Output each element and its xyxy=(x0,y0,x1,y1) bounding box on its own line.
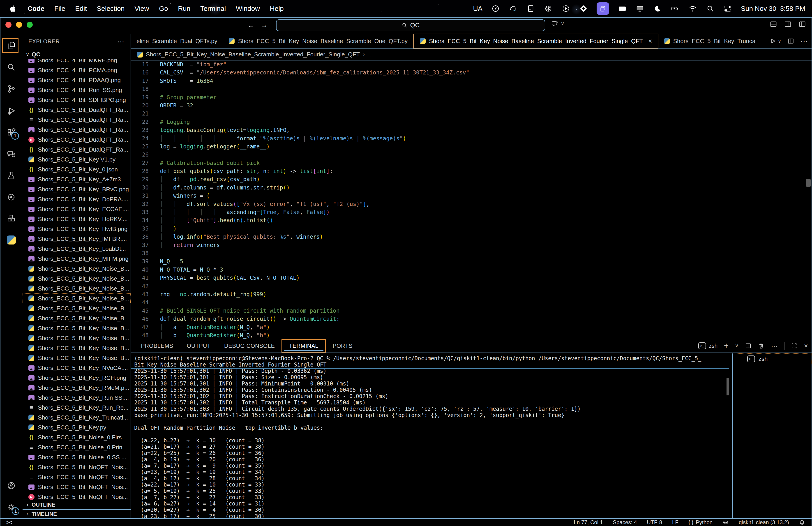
menu-item[interactable]: File xyxy=(54,5,65,12)
command-center-search[interactable]: QC xyxy=(276,19,545,31)
containers-icon[interactable] xyxy=(6,214,16,223)
editor-tab[interactable]: Shors_ECC_5_Bit_Key_Trunca × xyxy=(658,34,762,48)
file-tree-item[interactable]: Shors_ECC_5_Bit_Key_RMoM.p... xyxy=(23,383,131,393)
file-tree-item[interactable]: Shors_ECC_5_Bit_DualQFT_Ra... xyxy=(23,135,131,145)
file-tree-item[interactable]: Shors_ECC_5_Bit_Key V1.py xyxy=(23,155,131,164)
panel-tab[interactable]: PORTS xyxy=(326,339,359,353)
nav-forward-icon[interactable]: → xyxy=(261,21,268,29)
testing-icon[interactable] xyxy=(6,171,16,180)
file-tree-item[interactable]: Shors_ECC_5_Bit_Key_Noise_B... xyxy=(23,293,131,303)
editor-tab[interactable]: eline_Scramble_Dual_QFTs.py × xyxy=(131,34,223,48)
split-terminal-icon[interactable] xyxy=(745,342,752,349)
timeline-section[interactable]: › TIMELINE xyxy=(23,509,131,518)
zoom-window-button[interactable] xyxy=(27,21,33,28)
terminal-instance-item[interactable]: zsh xyxy=(734,353,812,364)
panel-tab[interactable]: OUTPUT xyxy=(180,339,217,353)
breadcrumb-file[interactable]: Shors_ECC_5_Bit_Key_Noise_Baseline_Scram… xyxy=(146,51,360,58)
eol-setting[interactable]: LF xyxy=(672,519,679,526)
play-circle-icon[interactable] xyxy=(562,4,570,13)
ua-status-text[interactable]: UA xyxy=(473,5,482,12)
search-icon[interactable] xyxy=(6,62,16,72)
python-interpreter[interactable]: qiskit1-clean (3.13.2) xyxy=(739,519,789,526)
file-tree-item[interactable]: Shors_ECC_5_Bit_NoQFT_Nois... xyxy=(23,492,131,500)
file-tree-item[interactable]: Shors_ECC_5_Bit_NoQFT_Nois... xyxy=(23,462,131,472)
chat-icon[interactable] xyxy=(6,149,16,159)
menu-app-name[interactable]: Code xyxy=(28,5,44,12)
file-tree-item[interactable]: Shors_ECC_5_Bit_Key_Noise_B... xyxy=(23,313,131,323)
file-tree-item[interactable]: Shors_ECC_5_Bit_Key_Noise_B... xyxy=(23,333,131,343)
file-tree-item[interactable]: Shors_ECC_5_Bit_Key_DoPRA.... xyxy=(23,194,131,204)
file-tree-item[interactable]: Shors_ECC_5_Bit_Key_Noise_B... xyxy=(23,303,131,313)
split-editor-icon[interactable] xyxy=(787,38,794,45)
diamond-icon[interactable] xyxy=(579,4,588,13)
terminal-panel-divider[interactable] xyxy=(733,353,733,518)
file-tree-item[interactable]: Shors_ECC_5_Bit_Key_NVoCA.... xyxy=(23,363,131,373)
file-tree-item[interactable]: Shors_ECC_5_Bit_Key_Noise_B... xyxy=(23,264,131,274)
tab-close-icon[interactable]: × xyxy=(648,37,652,45)
run-dropdown-chevron-icon[interactable]: ∨ xyxy=(778,38,781,44)
file-tree-item[interactable]: Shors_ECC_5_Bit_Key.py xyxy=(23,422,131,433)
display-icon[interactable] xyxy=(635,4,644,13)
file-tree-item[interactable]: Shors_ECC_5_Bit_DualQFT_Ra... xyxy=(23,115,131,125)
terminal-dropdown-chevron-icon[interactable]: ∨ xyxy=(735,343,738,349)
extensions-icon[interactable]: 1 xyxy=(6,128,16,137)
settings-gear-icon[interactable]: 1 xyxy=(6,502,16,512)
nav-back-icon[interactable]: ← xyxy=(247,21,255,29)
run-python-file-button[interactable]: ∨ xyxy=(769,38,781,45)
file-tree-item[interactable]: Shors_ECC_5_Bit_Key_Noise_B... xyxy=(23,274,131,283)
apple-logo-icon[interactable] xyxy=(9,4,18,13)
compass-icon[interactable] xyxy=(491,4,500,13)
moon-icon[interactable] xyxy=(653,4,662,13)
terminal-shell-indicator[interactable]: zsh xyxy=(698,342,717,349)
toggle-secondary-sidebar-icon[interactable] xyxy=(784,20,792,28)
close-panel-icon[interactable]: × xyxy=(804,342,808,350)
editor-more-actions-icon[interactable]: ⋯ xyxy=(800,36,808,46)
remote-explorer-icon[interactable] xyxy=(6,192,16,202)
file-tree-item[interactable]: Shors_ECC_5_Bit_Key_Truncati... xyxy=(23,412,131,422)
file-tree-item[interactable]: Shors_ECC_5_Bit_Key_RCH.png xyxy=(23,373,131,383)
file-tree-item[interactable]: Shors_ECC_5_Bit_Key_Noise_B... xyxy=(23,343,131,353)
maximize-panel-icon[interactable] xyxy=(791,342,798,349)
language-mode[interactable]: { }Python xyxy=(688,519,712,526)
file-tree-item[interactable]: Shors_ECC_5_Bit_NoQFT_Nois... xyxy=(23,482,131,492)
menu-item[interactable]: Help xyxy=(270,5,284,12)
editor-tab[interactable]: Shors_ECC_5_Bit_Key_Noise_Baseline_Scram… xyxy=(414,34,658,48)
customize-layout-icon[interactable] xyxy=(798,20,806,28)
menu-item[interactable]: View xyxy=(134,5,149,12)
file-tree-item[interactable]: Shors_ECC_5_Bit_Key_0.json xyxy=(23,164,131,174)
app-switcher-icon[interactable] xyxy=(597,2,609,15)
file-tree-item[interactable]: Shors_ECC_5_Bit_Key_IMFBR.... xyxy=(23,234,131,244)
file-tree-item[interactable]: Shors_ECC_5_Bit_Noise_0 SS ... xyxy=(23,452,131,462)
menu-item[interactable]: Run xyxy=(178,5,190,12)
encoding-setting[interactable]: UTF-8 xyxy=(647,519,662,526)
panel-tab[interactable]: DEBUG CONSOLE xyxy=(217,339,282,353)
explorer-more-icon[interactable]: ⋯ xyxy=(117,38,131,46)
accounts-icon[interactable] xyxy=(6,481,16,491)
panel-tab[interactable]: TERMINAL xyxy=(281,339,326,353)
folder-section-qc[interactable]: ∨ QC xyxy=(23,49,131,59)
menu-item[interactable]: Terminal xyxy=(200,5,226,12)
file-tree-item[interactable]: Shors_ECC_5_Bit_Noise_0 Firs... xyxy=(23,433,131,442)
minimize-window-button[interactable] xyxy=(16,21,22,28)
code-editor[interactable]: 15 BACKEND = "ibm_fez" 16 CAL_CSV = "/Us… xyxy=(131,60,812,339)
panel-more-actions-icon[interactable]: ⋯ xyxy=(771,342,778,350)
copilot-status-icon[interactable] xyxy=(723,519,729,526)
menu-item[interactable]: Selection xyxy=(97,5,125,12)
battery-icon[interactable] xyxy=(670,4,680,13)
file-tree-item[interactable]: Shors_ECC_5_Bit_NoQFT_Nois... xyxy=(23,472,131,482)
menu-item[interactable]: Edit xyxy=(75,5,87,12)
file-tree-item[interactable]: Shors_ECC_5_Bit_DualQFT_Ra... xyxy=(23,125,131,135)
file-tree-item[interactable]: Shors_ECC_4_Bit_PDAAQ.png xyxy=(23,75,131,85)
toggle-panel-icon[interactable] xyxy=(770,20,777,28)
panel-tab[interactable]: PROBLEMS xyxy=(134,339,180,353)
source-control-icon[interactable] xyxy=(6,84,16,94)
keyboard-icon[interactable] xyxy=(618,4,627,13)
file-tree-item[interactable]: Shors_ECC_4_Bit_PCMA.png xyxy=(23,65,131,75)
file-tree-item[interactable]: Shors_ECC_5_Bit_Key_MIFM.png xyxy=(23,254,131,264)
file-tree-item[interactable]: Shors_ECC_5_Bit_DualQFT_Ra... xyxy=(23,145,131,155)
file-tree-item[interactable]: Shors_ECC_5_Bit_Key_Run SS.... xyxy=(23,393,131,403)
terminal-output[interactable]: (qiskit1-clean) steventippeconnic@Steven… xyxy=(134,355,730,518)
file-tree-item[interactable]: Shors_ECC_5_Bit_Key_LoabDt... xyxy=(23,244,131,254)
kill-terminal-trash-icon[interactable] xyxy=(758,342,765,349)
outline-section[interactable]: › OUTLINE xyxy=(23,500,131,509)
